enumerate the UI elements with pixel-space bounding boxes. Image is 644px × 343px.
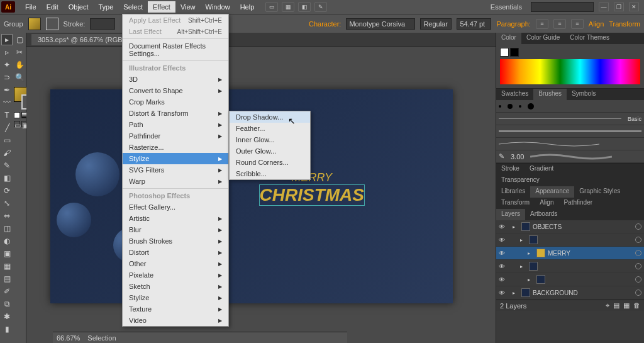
paintbrush-tool[interactable]: 🖌 [1,147,13,159]
menu-object[interactable]: Object [64,1,94,13]
character-link[interactable]: Character: [309,20,341,28]
rectangle-tool[interactable]: ▭ [1,135,13,146]
color-fill-swatch[interactable] [500,48,509,57]
apply-last-effect-item[interactable]: Apply Last EffectShift+Ctrl+E [123,14,228,26]
align-left-icon[interactable]: ≡ [536,19,548,29]
artistic-item[interactable]: Artistic▶ [123,213,228,224]
font-size-input[interactable] [457,18,491,30]
target-icon[interactable] [635,276,641,283]
workspace-switcher[interactable]: Essentials [487,1,526,13]
visibility-icon[interactable]: 👁 [499,250,508,257]
swatches-tab[interactable]: Swatches [496,89,533,100]
inner-glow-item[interactable]: Inner Glow... [230,134,310,145]
blur-item[interactable]: Blur▶ [123,224,228,235]
free-transform-tool[interactable]: ◫ [1,223,13,234]
other-item[interactable]: Other▶ [123,258,228,269]
normal-screen-icon[interactable]: ▭ [14,121,20,127]
libraries-tab[interactable]: Libraries [496,186,530,198]
type-tool[interactable]: T [1,110,13,121]
chevron-icon[interactable]: ▸ [528,250,534,256]
visibility-icon[interactable]: 👁 [499,276,508,283]
visibility-icon[interactable]: 👁 [499,290,508,296]
brush-item[interactable] [496,138,644,150]
delete-layer-icon[interactable]: 🗑 [633,301,640,310]
stroke-weight-input[interactable] [90,18,115,30]
graphic-styles-tab[interactable]: Graphic Styles [574,186,625,198]
brush-item[interactable]: ✎3.00 [496,150,644,163]
layer-name[interactable]: MERRY [548,250,633,257]
symbols-tab[interactable]: Symbols [567,89,601,100]
pixelate-item[interactable]: Pixelate▶ [123,269,228,281]
pen-tool[interactable]: ✒ [1,84,13,96]
align-center-icon[interactable]: ≡ [553,19,566,29]
visibility-icon[interactable]: 👁 [499,223,508,230]
round-corners-item[interactable]: Round Corners... [230,157,310,168]
target-icon[interactable] [635,237,641,243]
layer-row[interactable]: 👁 ▸ [496,260,644,273]
drop-shadow-item[interactable]: Drop Shadow... [230,111,310,123]
raster-settings-item[interactable]: Document Raster Effects Settings... [123,40,228,59]
width-tool[interactable]: ⇔ [1,210,13,222]
arrange-icon[interactable]: ▦ [282,2,294,12]
feather-item[interactable]: Feather... [230,123,310,134]
transform-tab[interactable]: Transform [496,198,535,209]
new-layer-icon[interactable]: ▦ [623,301,630,310]
outer-glow-item[interactable]: Outer Glow... [230,145,310,157]
pencil-tool[interactable]: ✎ [1,160,13,171]
menu-edit[interactable]: Edit [42,1,64,13]
3d-item[interactable]: 3D▶ [123,74,228,85]
eyedropper-tool[interactable]: ✐ [1,286,13,297]
brush-item[interactable] [496,125,644,138]
restore-button[interactable]: ❐ [614,3,624,11]
warp-item[interactable]: Warp▶ [123,176,228,187]
search-input[interactable] [531,2,594,12]
magic-wand-tool[interactable]: ✦ [1,59,13,70]
layer-row[interactable]: 👁 ▸ [496,233,644,247]
gpu-icon[interactable]: ◧ [298,2,311,12]
align-link[interactable]: Align [589,20,604,28]
font-style-input[interactable] [420,18,452,30]
target-icon[interactable] [635,263,641,269]
menu-file[interactable]: File [20,1,42,13]
artboard-tool[interactable]: ▢ [14,34,25,45]
christmas-text-selected[interactable]: CHRISTMAS [259,184,365,206]
eraser-tool[interactable]: ◧ [1,172,13,184]
menu-help[interactable]: Help [235,1,260,13]
layer-row[interactable]: 👁 ▸ [496,273,644,286]
menu-select[interactable]: Select [118,1,148,13]
color-guide-tab[interactable]: Color Guide [521,33,565,44]
transform-link[interactable]: Transform [609,20,640,28]
new-sublayer-icon[interactable]: ▤ [613,301,619,310]
gradient-tab[interactable]: Gradient [525,164,558,175]
chevron-icon[interactable]: ▸ [520,264,526,269]
scale-tool[interactable]: ⤡ [1,198,13,209]
chevron-icon[interactable]: ▸ [520,237,526,243]
distort-transform-item[interactable]: Distort & Transform▶ [123,108,228,119]
selection-tool[interactable]: ▸ [1,34,13,45]
tool-icon[interactable]: ✎ [314,2,327,12]
blend-tool[interactable]: ⧉ [1,298,13,310]
brush-item[interactable]: Basic [496,113,644,125]
last-effect-item[interactable]: Last EffectAlt+Shift+Ctrl+E [123,26,228,37]
menu-window[interactable]: Window [201,1,235,13]
column-graph-tool[interactable]: ▮ [1,323,13,335]
layer-name[interactable]: BACKGROUND [533,290,633,296]
curvature-tool[interactable]: 〰 [1,97,13,108]
align-tab[interactable]: Align [535,198,558,209]
target-icon[interactable] [635,250,641,256]
hand-tool[interactable]: ✋ [14,59,25,70]
stylize-ps-item[interactable]: Stylize▶ [123,292,228,303]
stroke-tab[interactable]: Stroke [496,164,525,175]
stylize-item[interactable]: Stylize▶ [123,153,228,164]
chevron-icon[interactable]: ▸ [513,224,519,230]
layer-name[interactable]: OBJECTS [533,223,633,230]
pathfinder-tab[interactable]: Pathfinder [558,198,597,209]
brush-item[interactable] [496,100,644,113]
color-tab[interactable]: Color [496,33,521,44]
scribble-item[interactable]: Scribble... [230,168,310,179]
effect-gallery-item[interactable]: Effect Gallery... [123,201,228,213]
fill-swatch[interactable] [28,18,41,30]
paragraph-link[interactable]: Paragraph: [496,20,530,28]
texture-item[interactable]: Texture▶ [123,303,228,315]
zoom-level[interactable]: 66.67% [57,334,80,342]
